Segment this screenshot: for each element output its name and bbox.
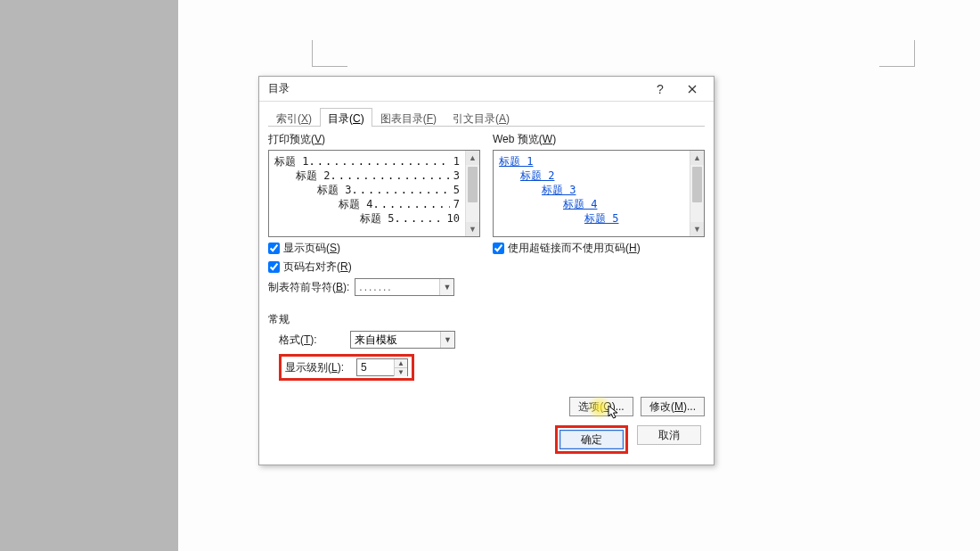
ok-button[interactable]: 确定 (559, 430, 624, 449)
format-label: 格式(T): (279, 333, 345, 348)
print-preview-box: 标题 1 ................................1 标… (268, 150, 480, 237)
web-preview-line: 标题 4 (499, 197, 684, 211)
toc-line-leader: ................................ (351, 183, 449, 197)
web-preview-link[interactable]: 标题 1 (499, 154, 533, 169)
toc-preview-line: 标题 4 ................................7 (274, 197, 460, 211)
page-corner-mark (879, 40, 915, 67)
preview-scrollbar[interactable]: ▲ ▼ (690, 151, 704, 236)
toc-line-leader: ................................ (394, 211, 443, 226)
scroll-thumb[interactable] (692, 167, 702, 202)
show-levels-label: 显示级别(L): (285, 360, 351, 375)
use-hyperlinks-label: 使用超链接而不使用页码(H) (508, 241, 641, 256)
web-preview-line: 标题 5 (499, 211, 684, 226)
page-corner-mark (312, 40, 347, 67)
toc-line-leader: ................................ (330, 169, 449, 183)
show-page-numbers-label: 显示页码(S) (283, 241, 340, 256)
print-preview-label: 打印预览(V) (268, 132, 480, 147)
toc-dialog: 目录 ? 索引(X) 目录(C) 图表目录(F) 引文目录(A) 打印预览(V)… (258, 76, 715, 465)
chevron-down-icon[interactable]: ▼ (440, 332, 454, 348)
web-preview-line: 标题 3 (499, 183, 684, 197)
close-icon (688, 85, 697, 94)
toc-line-leader: ................................ (308, 154, 449, 169)
tab-figure-toc[interactable]: 图表目录(F) (372, 108, 445, 127)
close-button[interactable] (676, 78, 708, 100)
tab-strip: 索引(X) 目录(C) 图表目录(F) 引文目录(A) (268, 107, 705, 127)
tab-leader-label: 制表符前导符(B): (268, 280, 349, 295)
scroll-up-icon[interactable]: ▲ (466, 151, 479, 165)
toc-line-page: 1 (450, 154, 460, 169)
general-section-title: 常规 (268, 312, 705, 327)
toc-preview-line: 标题 2 ................................3 (274, 169, 460, 183)
toc-line-title: 标题 2 (274, 169, 330, 183)
tab-index[interactable]: 索引(X) (268, 108, 320, 127)
help-button[interactable]: ? (644, 78, 676, 100)
web-preview-line: 标题 2 (499, 169, 684, 183)
spin-down-icon[interactable]: ▼ (394, 367, 407, 376)
options-button[interactable]: 选项(O)... (569, 397, 633, 416)
scroll-up-icon[interactable]: ▲ (690, 151, 704, 165)
web-preview-link[interactable]: 标题 2 (520, 169, 554, 183)
toc-line-title: 标题 1 (274, 154, 308, 169)
toc-preview-line: 标题 3 ................................5 (274, 183, 460, 197)
toc-line-page: 5 (450, 183, 460, 197)
toc-line-title: 标题 3 (274, 183, 351, 197)
right-align-page-numbers-label: 页码右对齐(R) (283, 259, 352, 275)
toc-line-page: 3 (450, 169, 460, 183)
show-page-numbers-input[interactable] (268, 243, 280, 254)
right-align-page-numbers-input[interactable] (268, 261, 280, 273)
spin-up-icon[interactable]: ▲ (394, 359, 407, 367)
preview-scrollbar[interactable]: ▲ ▼ (465, 151, 479, 236)
toc-line-leader: ................................ (372, 197, 449, 211)
scroll-track[interactable] (466, 165, 479, 222)
use-hyperlinks-check[interactable]: 使用超链接而不使用页码(H) (493, 241, 705, 256)
toc-line-page: 7 (450, 197, 460, 211)
cancel-button[interactable]: 取消 (637, 425, 701, 445)
app-gutter (0, 0, 178, 551)
web-preview-box: 标题 1标题 2标题 3标题 4标题 5 ▲ ▼ (493, 150, 705, 237)
show-page-numbers-check[interactable]: 显示页码(S) (268, 241, 480, 256)
dialog-titlebar[interactable]: 目录 ? (259, 77, 714, 102)
scroll-track[interactable] (690, 165, 704, 222)
tab-toc[interactable]: 目录(C) (320, 108, 372, 127)
show-levels-value[interactable]: 5 (357, 359, 394, 375)
toc-preview-line: 标题 5 ................................10 (274, 211, 460, 226)
web-preview-link[interactable]: 标题 4 (563, 197, 597, 211)
toc-preview-line: 标题 1 ................................1 (274, 154, 460, 169)
web-preview-link[interactable]: 标题 3 (542, 183, 576, 197)
show-levels-highlight: 显示级别(L): 5 ▲ ▼ (279, 354, 414, 381)
ok-button-highlight: 确定 (555, 425, 628, 454)
toc-line-title: 标题 4 (274, 197, 372, 211)
toc-line-page: 10 (444, 211, 460, 226)
right-align-page-numbers-check[interactable]: 页码右对齐(R) (268, 259, 480, 275)
chevron-down-icon[interactable]: ▼ (439, 279, 453, 295)
toc-line-title: 标题 5 (274, 211, 394, 226)
tab-citation-toc[interactable]: 引文目录(A) (445, 108, 518, 127)
dialog-title: 目录 (268, 81, 644, 96)
web-preview-line: 标题 1 (499, 154, 684, 169)
web-preview-link[interactable]: 标题 5 (584, 211, 618, 226)
format-combo[interactable]: 来自模板 ▼ (350, 331, 455, 349)
scroll-down-icon[interactable]: ▼ (690, 222, 704, 236)
web-preview-label: Web 预览(W) (493, 132, 705, 147)
format-value: 来自模板 (351, 333, 440, 348)
tab-leader-combo[interactable]: ....... ▼ (355, 278, 454, 296)
use-hyperlinks-input[interactable] (493, 243, 504, 254)
tab-leader-value: ....... (355, 281, 439, 293)
scroll-thumb[interactable] (468, 167, 478, 202)
scroll-down-icon[interactable]: ▼ (466, 222, 479, 236)
modify-button[interactable]: 修改(M)... (641, 397, 705, 416)
show-levels-spinner[interactable]: 5 ▲ ▼ (356, 358, 408, 376)
